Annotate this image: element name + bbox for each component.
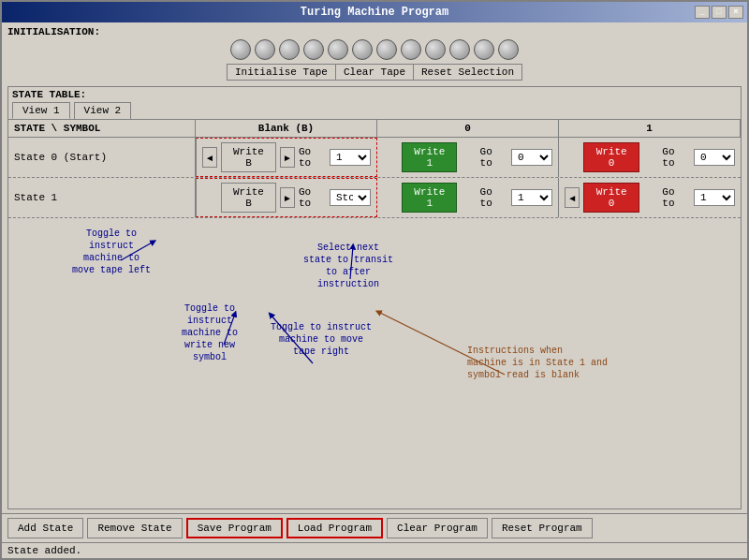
tab-bar: View 1 View 2 bbox=[8, 102, 741, 120]
tape-cell-3[interactable] bbox=[303, 39, 324, 60]
load-program-button[interactable]: Load Program bbox=[286, 518, 383, 538]
tape-cell-1[interactable] bbox=[255, 39, 275, 60]
table-row-1: State 1 ◄ Write B ► Go to Stop01 bbox=[8, 178, 741, 218]
state0-one-content: ◄ Write 0 ► Go to 01Stop bbox=[565, 142, 735, 172]
content-area: INITIALISATION: Initialise Tape Clear Ta… bbox=[2, 22, 747, 513]
tape-circles bbox=[230, 39, 519, 60]
status-text: State added. bbox=[7, 545, 81, 556]
svg-line-3 bbox=[350, 246, 353, 279]
header-blank: Blank (B) bbox=[196, 120, 377, 137]
state1-blank-write-button[interactable]: Write B bbox=[221, 183, 276, 213]
header-state: STATE \ SYMBOL bbox=[8, 120, 196, 137]
state-table-section: STATE TABLE: View 1 View 2 STATE \ SYMBO… bbox=[7, 86, 742, 509]
state0-blank-content: ◄ Write B ► Go to 10Stop bbox=[202, 142, 371, 172]
action-buttons: Add State Remove State Save Program Load… bbox=[7, 518, 593, 538]
tape-cell-2[interactable] bbox=[279, 39, 300, 60]
tape-cell-7[interactable] bbox=[401, 39, 421, 60]
tab-view1[interactable]: View 1 bbox=[12, 102, 70, 119]
state1-blank-cell: ◄ Write B ► Go to Stop01 bbox=[196, 178, 377, 217]
header-one: 1 bbox=[559, 120, 741, 137]
main-window: Turing Machine Program _ □ × INITIALISAT… bbox=[0, 0, 749, 560]
add-state-button[interactable]: Add State bbox=[7, 518, 83, 538]
maximize-button[interactable]: □ bbox=[712, 6, 727, 19]
tape-cell-9[interactable] bbox=[449, 39, 470, 60]
init-label: INITIALISATION: bbox=[7, 26, 742, 37]
tape-cell-4[interactable] bbox=[328, 39, 348, 60]
state1-blank-right-arrow[interactable]: ► bbox=[280, 187, 295, 208]
title-bar: Turing Machine Program _ □ × bbox=[2, 2, 747, 22]
state1-one-left-arrow[interactable]: ◄ bbox=[565, 187, 580, 208]
header-zero: 0 bbox=[377, 120, 559, 137]
state0-zero-goto[interactable]: 01Stop bbox=[511, 149, 552, 166]
state0-blank-goto[interactable]: 10Stop bbox=[330, 149, 371, 166]
annotation-state1-blank: Instructions whenmachine is in State 1 a… bbox=[467, 345, 608, 381]
state0-zero-content: ◄ Write 1 ► Go to 01Stop bbox=[383, 142, 552, 172]
state0-one-cell: ◄ Write 0 ► Go to 01Stop bbox=[559, 138, 741, 177]
state-table-label: STATE TABLE: bbox=[8, 87, 741, 102]
tape-cell-5[interactable] bbox=[352, 39, 373, 60]
state1-zero-goto[interactable]: 10Stop bbox=[511, 189, 552, 206]
state1-blank-goto[interactable]: Stop01 bbox=[330, 189, 371, 206]
tape-cell-8[interactable] bbox=[425, 39, 446, 60]
state1-zero-write-button[interactable]: Write 1 bbox=[402, 183, 457, 213]
window-controls: _ □ × bbox=[695, 6, 743, 19]
annotation-write-symbol: Toggle toinstructmachine towrite newsymb… bbox=[182, 302, 238, 363]
window-title: Turing Machine Program bbox=[301, 6, 448, 19]
minimize-button[interactable]: _ bbox=[695, 6, 710, 19]
state0-blank-write-button[interactable]: Write B bbox=[221, 142, 276, 172]
save-program-button[interactable]: Save Program bbox=[186, 518, 283, 538]
state0-blank-left-arrow[interactable]: ◄ bbox=[202, 147, 217, 168]
table-row-0: State 0 (Start) ◄ Write B ► Go to 10Stop bbox=[8, 138, 741, 178]
state-1-name: State 1 bbox=[8, 178, 196, 217]
svg-line-2 bbox=[271, 315, 313, 363]
svg-line-0 bbox=[121, 242, 154, 260]
tape-cell-6[interactable] bbox=[376, 39, 397, 60]
tab-view2[interactable]: View 2 bbox=[74, 102, 132, 119]
init-buttons: Initialise Tape Clear Tape Reset Selecti… bbox=[227, 64, 522, 81]
state1-zero-cell: ◄ Write 1 ► Go to 10Stop bbox=[377, 178, 559, 217]
state1-blank-content: ◄ Write B ► Go to Stop01 bbox=[202, 183, 371, 213]
state0-one-write-button[interactable]: Write 0 bbox=[583, 142, 639, 172]
state1-one-goto[interactable]: 10Stop bbox=[694, 189, 735, 206]
state0-one-goto[interactable]: 01Stop bbox=[694, 149, 735, 166]
remove-state-button[interactable]: Remove State bbox=[87, 518, 182, 538]
state1-one-cell: ◄ Write 0 ► Go to 10Stop bbox=[559, 178, 741, 217]
state0-zero-write-button[interactable]: Write 1 bbox=[402, 142, 457, 172]
state0-zero-cell: ◄ Write 1 ► Go to 01Stop bbox=[377, 138, 559, 177]
initialise-tape-button[interactable]: Initialise Tape bbox=[227, 64, 335, 81]
initialisation-section: INITIALISATION: Initialise Tape Clear Ta… bbox=[7, 26, 742, 81]
tape-cell-0[interactable] bbox=[230, 39, 251, 60]
table-header: STATE \ SYMBOL Blank (B) 0 1 bbox=[8, 120, 741, 138]
tape-cell-10[interactable] bbox=[474, 39, 494, 60]
annotation-move-left: Toggle toinstructmachine tomove tape lef… bbox=[72, 228, 151, 276]
tape-cell-11[interactable] bbox=[498, 39, 519, 60]
state-0-name: State 0 (Start) bbox=[8, 138, 196, 177]
table-container: STATE \ SYMBOL Blank (B) 0 1 State 0 (St… bbox=[8, 120, 741, 508]
state1-zero-content: ◄ Write 1 ► Go to 10Stop bbox=[383, 183, 552, 213]
reset-program-button[interactable]: Reset Program bbox=[492, 518, 593, 538]
annotation-move-right: Toggle to instructmachine to movetape ri… bbox=[271, 321, 372, 358]
close-button[interactable]: × bbox=[728, 6, 743, 19]
clear-program-button[interactable]: Clear Program bbox=[387, 518, 488, 538]
bottom-bar: Add State Remove State Save Program Load… bbox=[2, 513, 747, 542]
clear-tape-button[interactable]: Clear Tape bbox=[335, 64, 413, 81]
state1-one-write-button[interactable]: Write 0 bbox=[583, 183, 639, 213]
svg-line-1 bbox=[224, 314, 235, 345]
state1-one-content: ◄ Write 0 ► Go to 10Stop bbox=[565, 183, 735, 213]
state0-blank-cell: ◄ Write B ► Go to 10Stop bbox=[196, 138, 377, 177]
status-bar: State added. bbox=[2, 542, 747, 558]
svg-line-4 bbox=[378, 312, 505, 375]
reset-selection-button[interactable]: Reset Selection bbox=[413, 64, 522, 81]
state0-blank-right-arrow[interactable]: ► bbox=[280, 147, 295, 168]
annotation-next-state: Select nextstate to transitto afterinstr… bbox=[303, 242, 393, 290]
